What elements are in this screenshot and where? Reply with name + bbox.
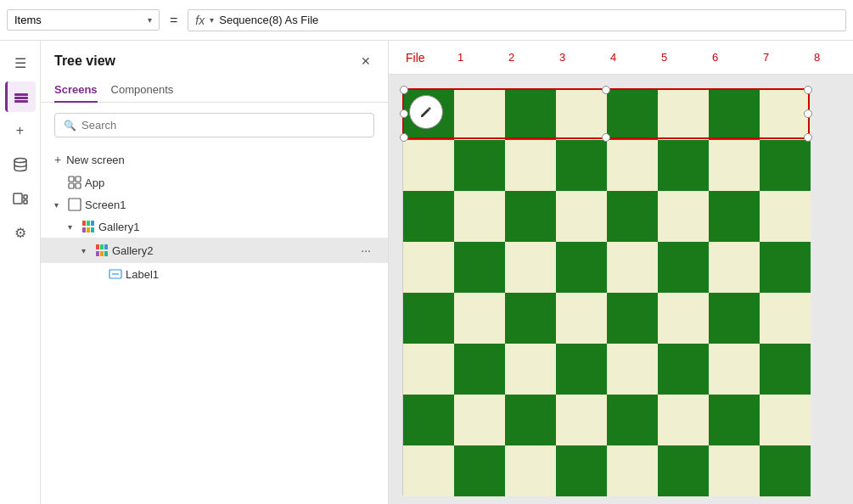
svg-rect-5	[24, 195, 27, 199]
checkerboard-cell	[556, 395, 607, 445]
checkerboard-cell	[709, 140, 760, 191]
checkerboard-cell	[505, 89, 556, 140]
checkerboard-cell	[403, 89, 454, 140]
svg-rect-14	[91, 221, 94, 226]
screen-num-5: 5	[639, 51, 690, 64]
svg-rect-23	[104, 251, 108, 256]
tree-item-gallery2[interactable]: ▾ Gallery2 ···	[41, 238, 388, 263]
checkerboard-cell	[505, 140, 556, 191]
formula-bar[interactable]: fx ▾ Sequence(8) As File	[188, 9, 846, 31]
close-button[interactable]: ✕	[357, 51, 374, 71]
checkerboard-cell	[658, 344, 709, 395]
tree-item-screen1[interactable]: ▾ Screen1	[41, 193, 388, 216]
tree-panel: Tree view ✕ Screens Components 🔍 + New s…	[41, 41, 389, 504]
new-screen-button[interactable]: + New screen	[41, 148, 388, 171]
tab-screens[interactable]: Screens	[54, 78, 98, 103]
checkerboard-cell	[505, 344, 556, 395]
checkerboard-cell	[760, 242, 811, 293]
checkerboard-cell	[709, 293, 760, 344]
checkerboard-cell	[403, 191, 454, 242]
tree-item-gallery1[interactable]: ▾ Gallery1	[41, 216, 388, 238]
svg-rect-1	[14, 97, 28, 99]
svg-rect-15	[82, 227, 86, 232]
app-icon	[68, 176, 81, 189]
checkerboard-cell	[556, 89, 607, 140]
checkerboard-cell	[556, 242, 607, 293]
svg-rect-11	[69, 199, 81, 210]
canvas-area: File 1 2 3 4 5 6 7 8	[389, 41, 853, 504]
checkerboard-cell	[403, 445, 454, 496]
checkerboard-cell	[403, 344, 454, 395]
tab-components[interactable]: Components	[111, 78, 174, 103]
gallery1-icon	[81, 220, 95, 233]
canvas-content[interactable]	[389, 75, 853, 504]
svg-rect-4	[14, 193, 22, 204]
tree-item-app[interactable]: App	[41, 171, 388, 193]
checkerboard-cell	[403, 242, 454, 293]
media-icon[interactable]	[5, 183, 36, 214]
svg-rect-22	[100, 251, 104, 256]
canvas-top-bar: File 1 2 3 4 5 6 7 8	[389, 41, 853, 75]
tree-item-label1[interactable]: Label1	[41, 263, 388, 285]
tree-item-gallery1-label: Gallery1	[98, 221, 374, 233]
label-icon	[109, 267, 122, 281]
add-screen-icon[interactable]: +	[5, 115, 36, 146]
database-icon[interactable]	[5, 149, 36, 180]
svg-rect-0	[14, 93, 28, 96]
fx-label: fx	[195, 14, 205, 27]
svg-rect-2	[14, 100, 28, 103]
checkerboard-wrapper	[402, 88, 810, 496]
checkerboard-cell	[556, 344, 607, 395]
items-dropdown[interactable]: Items ▾	[7, 9, 160, 31]
checkerboard-cell	[556, 445, 607, 496]
file-tab[interactable]: File	[396, 46, 435, 70]
checkerboard-cell	[607, 89, 658, 140]
search-input[interactable]	[81, 119, 365, 132]
top-bar: Items ▾ = fx ▾ Sequence(8) As File	[0, 0, 853, 41]
svg-point-3	[14, 159, 26, 163]
checkerboard-cell	[658, 395, 709, 445]
chevron-down-icon: ▾	[148, 15, 152, 25]
settings-icon[interactable]: ⚙	[5, 217, 36, 248]
checkerboard-cell	[556, 191, 607, 242]
more-options-button[interactable]: ···	[357, 242, 374, 259]
expand-gallery2-icon: ▾	[81, 246, 92, 255]
layers-icon[interactable]	[5, 81, 36, 112]
checkerboard-cell	[454, 395, 505, 445]
checkerboard-cell	[760, 344, 811, 395]
svg-rect-6	[24, 200, 27, 204]
checkerboard-cell	[709, 191, 760, 242]
checkerboard-cell	[709, 344, 760, 395]
checkerboard-cell	[556, 140, 607, 191]
tree-item-screen1-label: Screen1	[85, 199, 374, 211]
search-bar: 🔍	[54, 113, 374, 137]
checkerboard-cell	[607, 293, 658, 344]
search-icon: 🔍	[64, 120, 76, 132]
checkerboard-cell	[403, 395, 454, 445]
checkerboard-cell	[607, 344, 658, 395]
checkerboard-cell	[607, 242, 658, 293]
hamburger-menu-icon[interactable]: ☰	[5, 48, 36, 78]
svg-rect-16	[87, 227, 90, 232]
checkerboard-cell	[505, 242, 556, 293]
svg-rect-13	[87, 221, 90, 226]
checkerboard-cell	[505, 445, 556, 496]
checkerboard-cell	[607, 191, 658, 242]
screen-num-8: 8	[792, 51, 843, 64]
checkerboard-cell	[658, 242, 709, 293]
checkerboard-cell	[454, 293, 505, 344]
items-dropdown-label: Items	[14, 14, 143, 26]
formula-chevron-icon: ▾	[210, 15, 214, 25]
screen-num-3: 3	[537, 51, 588, 64]
svg-rect-17	[91, 227, 94, 232]
checkerboard-cell	[607, 140, 658, 191]
checkerboard-cell	[454, 191, 505, 242]
checkerboard-cell	[760, 191, 811, 242]
checkerboard-cell	[658, 293, 709, 344]
tree-item-gallery2-label: Gallery2	[112, 244, 354, 257]
checkerboard-cell	[454, 242, 505, 293]
svg-rect-7	[69, 176, 74, 182]
checkerboard	[402, 88, 810, 496]
checkerboard-cell	[760, 140, 811, 191]
checkerboard-cell	[607, 395, 658, 445]
